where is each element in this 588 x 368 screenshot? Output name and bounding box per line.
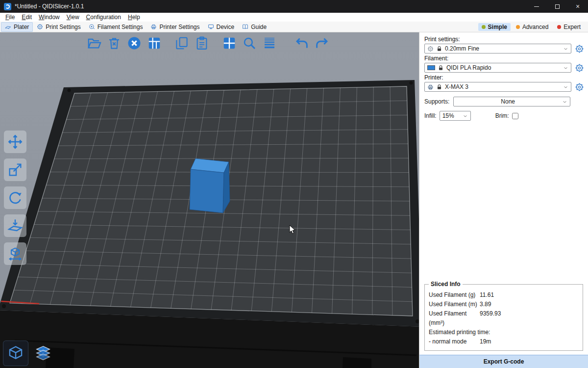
close-icon: × — [576, 3, 580, 10]
measure-tool-button[interactable] — [4, 242, 26, 265]
editor-view-button[interactable] — [3, 341, 28, 366]
sliced-info-title: Sliced Info — [429, 281, 463, 288]
supports-row: Supports: None — [424, 97, 584, 106]
mouse-cursor — [289, 225, 296, 235]
filament-label: Filament: — [424, 55, 584, 62]
menu-edit[interactable]: Edit — [18, 13, 35, 21]
delete-all-icon — [127, 36, 142, 51]
move-tool-button[interactable] — [4, 131, 26, 153]
tab-plater[interactable]: Plater — [1, 22, 33, 32]
arrange-icon — [147, 36, 162, 51]
sliced-info-label: Used Filament (m) — [429, 300, 480, 309]
brim-checkbox[interactable] — [512, 113, 518, 119]
undo-button[interactable] — [294, 35, 310, 51]
maximize-button[interactable] — [547, 0, 567, 13]
preview-view-button[interactable] — [30, 341, 56, 366]
place-on-face-tool-button[interactable] — [4, 214, 26, 237]
viewport — [0, 32, 419, 368]
delete-button[interactable] — [106, 35, 122, 51]
filament-color-swatch — [427, 65, 435, 70]
printer-combo[interactable]: X-MAX 3 — [424, 82, 571, 92]
menu-view[interactable]: View — [63, 13, 83, 21]
printer-row: X-MAX 3 — [424, 82, 584, 92]
viewport-3d-scene[interactable] — [0, 32, 419, 368]
lock-icon — [436, 46, 442, 52]
sliced-info-row: Used Filament (m) 3.89 — [429, 300, 579, 309]
lock-icon — [438, 65, 444, 71]
chevron-down-icon — [562, 99, 567, 105]
sliced-info-box: Sliced Info Used Filament (g) 11.61 Used… — [424, 284, 583, 351]
printer-icon — [427, 84, 434, 90]
trash-icon — [107, 36, 122, 51]
copy-icon — [174, 36, 189, 51]
split-button[interactable] — [221, 35, 237, 51]
variable-layer-height-icon — [262, 36, 277, 51]
model-cube[interactable] — [190, 158, 230, 213]
filament-spool-icon — [89, 24, 95, 30]
infill-value: 15% — [442, 112, 460, 119]
tab-guide[interactable]: Guide — [238, 22, 270, 32]
brim-label: Brim: — [495, 112, 509, 119]
gear-icon — [575, 63, 584, 73]
infill-combo[interactable]: 15% — [440, 111, 471, 121]
bed-front-notch — [343, 357, 371, 368]
tab-print-settings[interactable]: Print Settings — [33, 22, 84, 32]
printer-gear-button[interactable] — [574, 82, 584, 92]
main-area: Print settings: 0.20mm Fine Filament: — [0, 32, 588, 368]
app-icon — [4, 3, 11, 10]
tab-bar: Plater Print Settings Filament Settings … — [0, 22, 588, 32]
arrange-button[interactable] — [147, 35, 162, 51]
supports-value: None — [456, 98, 560, 105]
view-toggles — [3, 341, 56, 366]
settings-sidebar: Print settings: 0.20mm Fine Filament: — [419, 32, 588, 368]
gear-icon — [575, 82, 584, 92]
variable-layer-height-button[interactable] — [262, 35, 277, 51]
sliced-info-value: 3.89 — [480, 300, 491, 309]
copy-button[interactable] — [174, 35, 190, 51]
chevron-down-icon — [463, 113, 468, 119]
chevron-down-icon — [563, 65, 568, 71]
print-settings-combo[interactable]: 0.20mm Fine — [424, 44, 571, 53]
scale-tool-button[interactable] — [4, 158, 26, 181]
gear-icon — [427, 46, 434, 52]
supports-combo[interactable]: None — [453, 97, 570, 106]
mode-advanced[interactable]: Advanced — [513, 23, 552, 31]
mode-expert[interactable]: Expert — [554, 23, 584, 31]
cube-3d-icon — [7, 345, 24, 362]
tab-filament-settings[interactable]: Filament Settings — [85, 22, 147, 32]
paste-button[interactable] — [194, 35, 210, 51]
filament-combo[interactable]: QIDI PLA Rapido — [424, 63, 571, 73]
gear-icon — [575, 44, 584, 53]
export-gcode-button[interactable]: Export G-code — [419, 355, 588, 368]
sliced-info-row: Estimated printing time: — [429, 328, 579, 337]
menu-window[interactable]: Window — [35, 13, 63, 21]
folder-open-icon — [87, 36, 101, 51]
print-settings-gear-button[interactable] — [574, 44, 584, 53]
sidebar-content: Print settings: 0.20mm Fine Filament: — [419, 32, 588, 355]
search-button[interactable] — [242, 35, 257, 51]
filament-gear-button[interactable] — [574, 63, 584, 73]
open-project-button[interactable] — [86, 35, 102, 51]
bed-screw — [2, 304, 6, 308]
tab-device[interactable]: Device — [204, 22, 239, 32]
delete-all-button[interactable] — [126, 35, 142, 51]
minimize-button[interactable] — [526, 0, 547, 13]
scale-icon — [7, 162, 23, 178]
expert-mode-dot — [557, 25, 561, 29]
menu-bar: File Edit Window View Configuration Help — [0, 13, 588, 22]
menu-file[interactable]: File — [2, 13, 18, 21]
redo-button[interactable] — [314, 35, 330, 51]
rotate-tool-button[interactable] — [4, 186, 26, 209]
sliced-info-row: - normal mode 19m — [429, 337, 579, 346]
book-icon — [242, 24, 248, 30]
menu-help[interactable]: Help — [124, 13, 144, 21]
tab-printer-settings[interactable]: Printer Settings — [147, 22, 203, 32]
close-button[interactable]: × — [567, 0, 588, 13]
infill-row: Infill: 15% Brim: — [424, 111, 584, 121]
mode-simple[interactable]: Simple — [478, 23, 511, 31]
menu-configuration[interactable]: Configuration — [83, 13, 124, 21]
printer-value: X-MAX 3 — [445, 83, 561, 90]
infill-label: Infill: — [424, 112, 437, 119]
plater-icon — [5, 24, 11, 30]
filament-value: QIDI PLA Rapido — [446, 64, 561, 71]
